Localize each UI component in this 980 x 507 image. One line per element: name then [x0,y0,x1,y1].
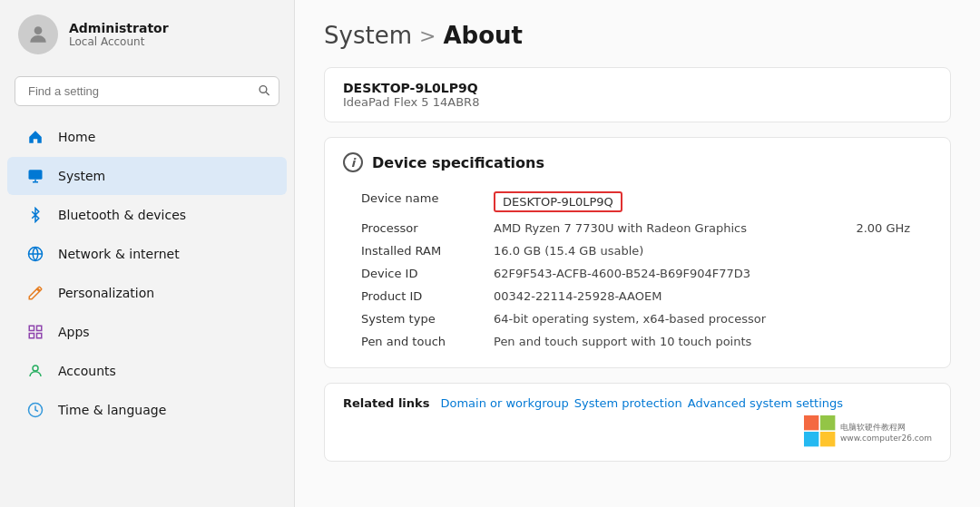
spec-label-device-name: Device name [343,187,488,217]
spec-value-ram: 16.0 GB (15.4 GB usable) [488,239,850,262]
related-link-system-protection[interactable]: System protection [574,396,682,410]
table-row: Processor AMD Ryzen 7 7730U with Radeon … [343,217,932,239]
spec-extra-system-type [850,307,932,330]
svg-rect-6 [37,326,42,330]
bluetooth-icon [25,205,45,225]
breadcrumb-separator: > [419,24,436,47]
spec-extra-product-id [850,285,932,307]
table-row: System type 64-bit operating system, x64… [343,307,932,330]
personalization-icon [25,283,45,303]
breadcrumb-parent: System [324,22,412,49]
svg-rect-13 [804,432,818,446]
svg-point-1 [260,85,267,93]
spec-value-product-id: 00342-22114-25928-AAOEM [488,285,850,307]
spec-extra-pen-touch [850,330,932,353]
sidebar-item-system[interactable]: System [7,157,287,195]
specs-table: Device name DESKTOP-9L0LP9Q Processor AM… [343,187,932,353]
spec-value-device-name: DESKTOP-9L0LP9Q [488,187,850,217]
spec-label-device-id: Device ID [343,262,488,285]
spec-value-device-id: 62F9F543-ACFB-4600-B524-B69F904F77D3 [488,262,850,285]
windows-logo [804,415,837,448]
related-link-domain[interactable]: Domain or workgroup [440,396,568,410]
table-row: Device ID 62F9F543-ACFB-4600-B524-B69F90… [343,262,932,285]
user-info: Administrator Local Account [69,21,169,48]
spec-label-processor: Processor [343,217,488,239]
device-name-highlighted: DESKTOP-9L0LP9Q [494,191,622,212]
time-icon [25,400,45,420]
sidebar-item-personalization-label: Personalization [58,286,154,300]
svg-rect-12 [820,415,835,430]
related-link-advanced-settings[interactable]: Advanced system settings [688,396,843,410]
system-icon [25,166,45,186]
sidebar-item-time[interactable]: Time & language [7,391,287,429]
svg-line-2 [266,92,270,95]
sidebar-item-network-label: Network & internet [58,247,180,261]
table-row: Device name DESKTOP-9L0LP9Q [343,187,932,217]
spec-label-ram: Installed RAM [343,239,488,262]
spec-extra-ram [850,239,932,262]
spec-label-product-id: Product ID [343,285,488,307]
sidebar-item-home[interactable]: Home [7,118,287,156]
specs-header: i Device specifications [343,152,932,172]
spec-extra-processor: 2.00 GHz [850,217,932,239]
svg-point-9 [33,366,38,371]
svg-rect-11 [804,415,818,430]
sidebar-item-time-label: Time & language [58,403,166,417]
sidebar-item-network[interactable]: Network & internet [7,235,287,273]
sidebar-item-accounts[interactable]: Accounts [7,352,287,390]
page-title: About [443,22,523,49]
specs-card: i Device specifications Device name DESK… [324,137,951,368]
sidebar: Administrator Local Account Home System … [0,0,295,507]
info-icon: i [343,152,363,172]
sidebar-item-apps-label: Apps [58,325,90,339]
sidebar-item-system-label: System [58,169,105,183]
device-header-card: DESKTOP-9L0LP9Q IdeaPad Flex 5 14ABR8 [324,67,951,122]
search-box[interactable] [15,76,279,106]
device-model: IdeaPad Flex 5 14ABR8 [343,95,932,109]
user-profile: Administrator Local Account [0,0,294,69]
svg-rect-14 [820,432,835,446]
svg-rect-7 [29,334,34,338]
spec-value-pen-touch: Pen and touch support with 10 touch poin… [488,330,850,353]
device-hostname: DESKTOP-9L0LP9Q [343,81,932,95]
watermark: 电脑软硬件教程网www.computer26.com [804,415,932,448]
specs-title: Device specifications [372,154,544,171]
svg-point-0 [34,26,43,34]
search-input[interactable] [15,76,279,106]
svg-rect-5 [29,326,34,330]
avatar [18,15,58,54]
related-links-label: Related links [343,396,429,410]
svg-rect-3 [29,170,43,180]
spec-extra-device-name [850,187,932,217]
account-type: Local Account [69,35,169,48]
watermark-text: 电脑软硬件教程网www.computer26.com [840,422,932,443]
username: Administrator [69,21,169,35]
svg-rect-8 [37,334,42,338]
spec-value-system-type: 64-bit operating system, x64-based proce… [488,307,850,330]
spec-label-system-type: System type [343,307,488,330]
spec-label-pen-touch: Pen and touch [343,330,488,353]
nav-list: Home System Bluetooth & devices Network … [0,117,294,507]
table-row: Installed RAM 16.0 GB (15.4 GB usable) [343,239,932,262]
spec-value-processor: AMD Ryzen 7 7730U with Radeon Graphics [488,217,850,239]
sidebar-item-accounts-label: Accounts [58,364,116,378]
sidebar-item-bluetooth-label: Bluetooth & devices [58,208,186,222]
accounts-icon [25,361,45,381]
main-content: System > About DESKTOP-9L0LP9Q IdeaPad F… [295,0,980,507]
breadcrumb: System > About [324,22,951,49]
network-icon [25,244,45,264]
sidebar-item-apps[interactable]: Apps [7,313,287,351]
sidebar-item-home-label: Home [58,130,95,144]
table-row: Pen and touch Pen and touch support with… [343,330,932,353]
apps-icon [25,322,45,342]
spec-extra-device-id [850,262,932,285]
home-icon [25,127,45,147]
sidebar-item-bluetooth[interactable]: Bluetooth & devices [7,196,287,234]
search-icon [258,83,270,99]
sidebar-item-personalization[interactable]: Personalization [7,274,287,312]
table-row: Product ID 00342-22114-25928-AAOEM [343,285,932,307]
related-links-card: Related links Domain or workgroup System… [324,383,951,462]
